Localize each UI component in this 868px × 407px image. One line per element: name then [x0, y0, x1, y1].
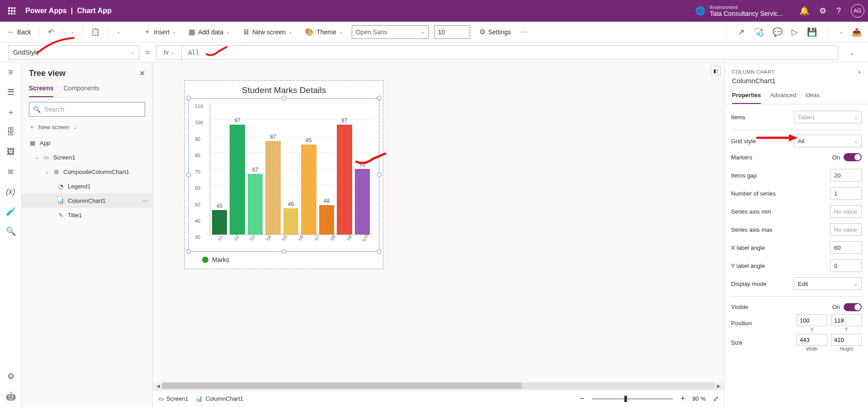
prop-displaymode-select[interactable]: Edit⌄: [794, 277, 862, 290]
zoom-out-button[interactable]: −: [580, 394, 585, 403]
prop-items-input[interactable]: Table1⌄: [794, 111, 862, 123]
prop-size-w-input[interactable]: [797, 334, 827, 346]
prop-position-x-input[interactable]: [797, 314, 827, 326]
rail-hamburger-icon[interactable]: ≡: [6, 68, 15, 77]
back-button[interactable]: ←Back: [6, 26, 32, 38]
checker-icon[interactable]: 🩺: [754, 27, 764, 37]
fx-label[interactable]: fx⌄: [156, 46, 182, 59]
comments-icon[interactable]: 💬: [773, 27, 783, 37]
props-tab-ideas[interactable]: Ideas: [805, 88, 820, 104]
rail-search-icon[interactable]: 🔍: [6, 227, 15, 236]
breadcrumb-screen[interactable]: ▭Screen1: [158, 395, 188, 402]
rail-variables-icon[interactable]: (x): [6, 187, 15, 196]
prop-seriesmax-input[interactable]: No value: [830, 223, 862, 236]
props-collapse-chevron[interactable]: ›: [858, 68, 861, 76]
settings-button[interactable]: ⚙Settings: [476, 26, 515, 38]
chart-bar: 87: [265, 134, 280, 234]
rail-ask-icon[interactable]: 🤖: [6, 392, 15, 401]
paste-split-chevron[interactable]: ⌄: [116, 28, 121, 36]
prop-gridstyle-select[interactable]: All⌄: [794, 135, 862, 147]
formula-input[interactable]: All: [182, 49, 838, 56]
resize-handle[interactable]: [282, 96, 286, 100]
rail-settings-icon[interactable]: ⚙: [6, 372, 15, 381]
theme-button[interactable]: 🎨Theme ⌄: [301, 26, 346, 38]
bar-value-label: 45: [217, 203, 222, 209]
tree-new-screen[interactable]: ＋New screen⌄: [22, 121, 152, 134]
legend-label: Marks: [212, 256, 229, 263]
waffle-menu[interactable]: [4, 3, 20, 19]
zoom-slider[interactable]: [592, 398, 673, 400]
tree-item-title[interactable]: ✎Title1: [22, 208, 152, 222]
props-tab-advanced[interactable]: Advanced: [770, 88, 796, 104]
tree-item-legend[interactable]: ◔Legend1: [22, 179, 152, 193]
tree-item-more-icon[interactable]: ⋯: [142, 197, 149, 204]
tree-item-app[interactable]: ▦App: [22, 136, 152, 150]
save-split-chevron[interactable]: ⌄: [839, 29, 843, 34]
environment-name[interactable]: Tata Consultancy Servic...: [710, 10, 783, 17]
minimap-toggle[interactable]: ◧: [711, 66, 721, 76]
avatar[interactable]: AG: [851, 4, 864, 18]
resize-handle[interactable]: [186, 249, 191, 254]
tree-item-column-chart[interactable]: 📊ColumnChart1⋯: [22, 193, 152, 208]
publish-icon[interactable]: 📤: [852, 27, 862, 37]
resize-handle[interactable]: [377, 249, 382, 254]
rail-flows-icon[interactable]: ≋: [6, 167, 15, 176]
rail-media-icon[interactable]: 🖼: [6, 147, 15, 156]
save-icon[interactable]: 💾: [807, 27, 817, 37]
add-data-button[interactable]: ▦Add data ⌄: [185, 26, 233, 38]
bar-value-label: 46: [288, 201, 294, 207]
font-size-input[interactable]: 10: [434, 25, 470, 39]
column-chart-control[interactable]: 30405060708090100110459767874685489770 S…: [189, 98, 379, 252]
resize-handle[interactable]: [186, 173, 191, 177]
fit-to-window-icon[interactable]: ⤢: [713, 394, 719, 403]
rail-insert-icon[interactable]: ＋: [6, 108, 15, 117]
paste-button[interactable]: 📋: [90, 26, 101, 38]
y-tick-label: 70: [195, 169, 200, 174]
resize-handle[interactable]: [377, 173, 382, 177]
tab-screens[interactable]: Screens: [29, 81, 53, 97]
prop-xangle-input[interactable]: 60: [830, 241, 862, 254]
title-separator: |: [71, 7, 73, 14]
tree-item-composite-chart[interactable]: ⌄⊞CompositeColumnChart1: [22, 164, 152, 179]
prop-markers-toggle[interactable]: [844, 153, 862, 161]
breadcrumb-chart[interactable]: 📊ColumnChart1: [195, 395, 243, 402]
prop-visible-value: On: [832, 304, 840, 310]
rail-tree-view-icon[interactable]: ☰: [6, 88, 15, 97]
insert-button[interactable]: ＋Insert ⌄: [140, 25, 179, 38]
tree-search-input[interactable]: 🔍 Search: [29, 102, 145, 117]
share-icon[interactable]: ↗: [738, 27, 745, 37]
preview-play-icon[interactable]: ▷: [792, 27, 798, 37]
notifications-icon[interactable]: 🔔: [799, 6, 809, 16]
props-tab-properties[interactable]: Properties: [732, 88, 761, 104]
prop-position-y-input[interactable]: [831, 314, 862, 326]
rail-tests-icon[interactable]: 🧪: [6, 207, 15, 216]
bar-value-label: 70: [359, 162, 365, 168]
prop-visible-toggle[interactable]: [844, 303, 862, 311]
y-tick-label: 50: [195, 202, 200, 207]
undo-button[interactable]: ↶: [47, 26, 55, 38]
zoom-in-button[interactable]: +: [680, 394, 685, 403]
prop-itemsgap-input[interactable]: 20: [830, 169, 862, 182]
composite-chart-container[interactable]: Student Marks Details 304050607080901001…: [184, 80, 383, 269]
resize-handle[interactable]: [282, 249, 286, 254]
environment-icon[interactable]: 🌐: [695, 6, 705, 16]
tab-components[interactable]: Components: [63, 81, 99, 97]
settings-gear-icon[interactable]: ⚙: [819, 6, 826, 16]
property-selector[interactable]: GridStyle⌄: [8, 45, 139, 60]
undo-split-chevron[interactable]: ⌄: [70, 28, 75, 36]
resize-handle[interactable]: [186, 96, 191, 100]
prop-numseries-input[interactable]: 1: [830, 187, 862, 200]
tree-close-icon[interactable]: ✕: [139, 69, 145, 78]
resize-handle[interactable]: [377, 96, 382, 100]
font-family-select[interactable]: Open Sans⌄: [352, 25, 429, 39]
rail-data-icon[interactable]: 🗄: [6, 127, 15, 136]
prop-yangle-input[interactable]: 0: [830, 259, 862, 272]
prop-size-h-input[interactable]: [831, 334, 862, 346]
new-screen-button[interactable]: 🖥New screen ⌄: [239, 26, 296, 38]
overflow-menu[interactable]: ⋯: [520, 26, 529, 38]
formula-expand-chevron[interactable]: ⌄: [844, 49, 860, 56]
prop-seriesmin-input[interactable]: No value: [830, 205, 862, 218]
tree-item-screen1[interactable]: ⌄▭Screen1: [22, 150, 152, 164]
help-icon[interactable]: ?: [836, 6, 841, 16]
canvas-h-scrollbar[interactable]: ◀ ▶: [153, 382, 724, 390]
